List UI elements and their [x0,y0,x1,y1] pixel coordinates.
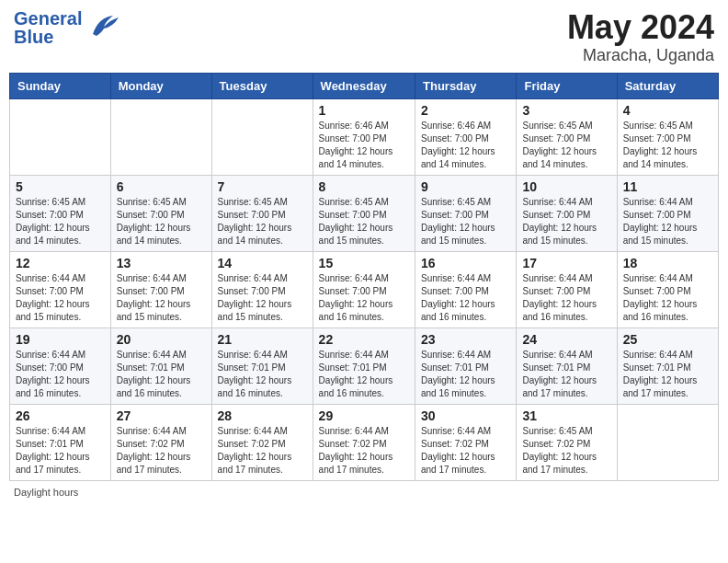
day-info: Sunrise: 6:44 AM Sunset: 7:00 PM Dayligh… [522,196,610,247]
calendar-header-row: Sunday Monday Tuesday Wednesday Thursday… [10,73,719,98]
table-row: 12Sunrise: 6:44 AM Sunset: 7:00 PM Dayli… [10,251,111,327]
table-row: 8Sunrise: 6:45 AM Sunset: 7:00 PM Daylig… [313,175,415,251]
calendar-week-row: 5Sunrise: 6:45 AM Sunset: 7:00 PM Daylig… [10,175,719,251]
day-info: Sunrise: 6:44 AM Sunset: 7:00 PM Dayligh… [623,196,712,247]
footer-note: Daylight hours [9,487,719,498]
day-number: 2 [421,103,510,118]
day-info: Sunrise: 6:44 AM Sunset: 7:00 PM Dayligh… [319,272,409,324]
day-number: 22 [319,332,409,347]
day-number: 15 [319,256,409,270]
table-row: 1Sunrise: 6:46 AM Sunset: 7:00 PM Daylig… [313,98,415,175]
col-tuesday: Tuesday [211,73,313,98]
page-header: General Blue May 2024 Maracha, Uganda [9,9,719,65]
day-number: 5 [16,179,105,194]
table-row: 22Sunrise: 6:44 AM Sunset: 7:01 PM Dayli… [313,327,415,404]
day-info: Sunrise: 6:44 AM Sunset: 7:01 PM Dayligh… [421,349,510,400]
day-number: 12 [16,256,105,270]
day-info: Sunrise: 6:45 AM Sunset: 7:00 PM Dayligh… [117,196,206,247]
table-row: 29Sunrise: 6:44 AM Sunset: 7:02 PM Dayli… [313,404,415,480]
table-row: 6Sunrise: 6:45 AM Sunset: 7:00 PM Daylig… [110,175,211,251]
day-info: Sunrise: 6:46 AM Sunset: 7:00 PM Dayligh… [319,120,409,171]
month-year: May 2024 [567,9,714,46]
day-number: 27 [117,408,206,423]
day-number: 14 [218,256,307,270]
calendar-week-row: 1Sunrise: 6:46 AM Sunset: 7:00 PM Daylig… [10,98,719,175]
table-row: 31Sunrise: 6:45 AM Sunset: 7:02 PM Dayli… [517,404,617,480]
calendar-week-row: 26Sunrise: 6:44 AM Sunset: 7:01 PM Dayli… [10,404,719,480]
table-row [617,404,718,480]
table-row: 26Sunrise: 6:44 AM Sunset: 7:01 PM Dayli… [10,404,111,480]
table-row: 7Sunrise: 6:45 AM Sunset: 7:00 PM Daylig… [211,175,313,251]
day-number: 17 [522,256,610,270]
day-info: Sunrise: 6:44 AM Sunset: 7:02 PM Dayligh… [421,425,510,477]
table-row: 2Sunrise: 6:46 AM Sunset: 7:00 PM Daylig… [415,98,517,175]
table-row: 24Sunrise: 6:44 AM Sunset: 7:01 PM Dayli… [517,327,617,404]
col-saturday: Saturday [617,73,718,98]
table-row: 21Sunrise: 6:44 AM Sunset: 7:01 PM Dayli… [211,327,313,404]
table-row: 20Sunrise: 6:44 AM Sunset: 7:01 PM Dayli… [110,327,211,404]
logo-blue: Blue [14,28,82,46]
day-number: 19 [16,332,105,347]
day-info: Sunrise: 6:44 AM Sunset: 7:01 PM Dayligh… [117,349,206,400]
table-row: 16Sunrise: 6:44 AM Sunset: 7:00 PM Dayli… [415,251,517,327]
day-info: Sunrise: 6:45 AM Sunset: 7:02 PM Dayligh… [522,425,610,477]
table-row: 25Sunrise: 6:44 AM Sunset: 7:01 PM Dayli… [617,327,718,404]
day-info: Sunrise: 6:44 AM Sunset: 7:00 PM Dayligh… [421,272,510,324]
calendar-week-row: 12Sunrise: 6:44 AM Sunset: 7:00 PM Dayli… [10,251,719,327]
day-info: Sunrise: 6:44 AM Sunset: 7:00 PM Dayligh… [16,349,105,400]
title-block: May 2024 Maracha, Uganda [567,9,714,65]
location: Maracha, Uganda [567,46,714,65]
table-row: 27Sunrise: 6:44 AM Sunset: 7:02 PM Dayli… [110,404,211,480]
day-info: Sunrise: 6:45 AM Sunset: 7:00 PM Dayligh… [218,196,307,247]
table-row [10,98,111,175]
day-info: Sunrise: 6:44 AM Sunset: 7:02 PM Dayligh… [218,425,307,477]
daylight-label: Daylight hours [14,487,78,498]
day-number: 28 [218,408,307,423]
day-info: Sunrise: 6:44 AM Sunset: 7:00 PM Dayligh… [117,272,206,324]
day-number: 6 [117,179,206,194]
col-wednesday: Wednesday [313,73,415,98]
day-info: Sunrise: 6:44 AM Sunset: 7:00 PM Dayligh… [16,272,105,324]
table-row: 3Sunrise: 6:45 AM Sunset: 7:00 PM Daylig… [517,98,617,175]
logo-bird-icon [85,8,120,43]
day-number: 21 [218,332,307,347]
table-row: 15Sunrise: 6:44 AM Sunset: 7:00 PM Dayli… [313,251,415,327]
day-info: Sunrise: 6:46 AM Sunset: 7:00 PM Dayligh… [421,120,510,171]
day-info: Sunrise: 6:45 AM Sunset: 7:00 PM Dayligh… [16,196,105,247]
day-number: 26 [16,408,105,423]
col-monday: Monday [110,73,211,98]
day-info: Sunrise: 6:45 AM Sunset: 7:00 PM Dayligh… [421,196,510,247]
table-row: 5Sunrise: 6:45 AM Sunset: 7:00 PM Daylig… [10,175,111,251]
table-row: 10Sunrise: 6:44 AM Sunset: 7:00 PM Dayli… [517,175,617,251]
day-number: 1 [319,103,409,118]
day-number: 10 [522,179,610,194]
table-row: 28Sunrise: 6:44 AM Sunset: 7:02 PM Dayli… [211,404,313,480]
table-row [211,98,313,175]
day-number: 20 [117,332,206,347]
day-info: Sunrise: 6:44 AM Sunset: 7:00 PM Dayligh… [623,272,712,324]
col-friday: Friday [517,73,617,98]
table-row: 11Sunrise: 6:44 AM Sunset: 7:00 PM Dayli… [617,175,718,251]
day-number: 3 [522,103,610,118]
logo-general: General [14,9,82,28]
day-number: 31 [522,408,610,423]
col-thursday: Thursday [415,73,517,98]
day-info: Sunrise: 6:44 AM Sunset: 7:01 PM Dayligh… [218,349,307,400]
day-number: 7 [218,179,307,194]
day-info: Sunrise: 6:44 AM Sunset: 7:01 PM Dayligh… [623,349,712,400]
logo-text: General Blue [14,9,82,46]
calendar-table: Sunday Monday Tuesday Wednesday Thursday… [9,73,719,481]
day-info: Sunrise: 6:44 AM Sunset: 7:01 PM Dayligh… [522,349,610,400]
day-number: 9 [421,179,510,194]
table-row: 9Sunrise: 6:45 AM Sunset: 7:00 PM Daylig… [415,175,517,251]
day-number: 16 [421,256,510,270]
table-row: 4Sunrise: 6:45 AM Sunset: 7:00 PM Daylig… [617,98,718,175]
calendar-week-row: 19Sunrise: 6:44 AM Sunset: 7:00 PM Dayli… [10,327,719,404]
table-row: 23Sunrise: 6:44 AM Sunset: 7:01 PM Dayli… [415,327,517,404]
day-info: Sunrise: 6:45 AM Sunset: 7:00 PM Dayligh… [319,196,409,247]
day-number: 18 [623,256,712,270]
table-row: 14Sunrise: 6:44 AM Sunset: 7:00 PM Dayli… [211,251,313,327]
day-number: 25 [623,332,712,347]
day-info: Sunrise: 6:44 AM Sunset: 7:02 PM Dayligh… [319,425,409,477]
day-number: 30 [421,408,510,423]
